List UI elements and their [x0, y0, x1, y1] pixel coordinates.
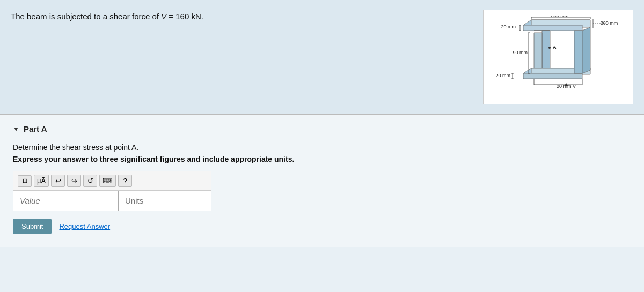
dim-flange: 20 mm	[501, 24, 516, 29]
instruction-2: Express your answer to three significant…	[13, 155, 631, 163]
value-input[interactable]	[13, 191, 118, 211]
svg-marker-9	[574, 31, 582, 73]
units-input[interactable]	[119, 191, 204, 211]
request-answer-link[interactable]: Request Answer	[59, 222, 110, 230]
bottom-section: ▼ Part A Determine the shear stress at p…	[0, 115, 644, 247]
svg-marker-8	[523, 73, 582, 79]
svg-marker-2	[523, 25, 582, 31]
problem-statement: The beam is subjected to a shear force o…	[11, 10, 203, 21]
submit-button[interactable]: Submit	[13, 219, 52, 234]
mu-button[interactable]: μÃ	[34, 175, 49, 187]
keyboard-button[interactable]: ⌨	[99, 175, 116, 187]
instruction-1: Determine the shear stress at point A.	[13, 143, 631, 152]
dim-top: 300 mm	[551, 16, 569, 18]
part-a-label: Part A	[24, 124, 47, 133]
part-a-header: ▼ Part A	[13, 124, 631, 133]
svg-marker-10	[582, 27, 590, 73]
point-a-label: A	[553, 44, 557, 50]
undo-button[interactable]: ↩	[51, 175, 65, 187]
toolbar: ⊞ μÃ ↩ ↪ ↺ ⌨ ?	[13, 171, 211, 191]
answer-box: ⊞ μÃ ↩ ↪ ↺ ⌨ ?	[13, 171, 211, 211]
svg-marker-3	[542, 31, 550, 72]
dim-bottom-flange: 20 mm	[495, 73, 510, 78]
input-row	[13, 191, 211, 211]
svg-marker-4	[534, 33, 542, 73]
grid-button[interactable]: ⊞	[18, 175, 32, 187]
collapse-arrow[interactable]: ▼	[13, 125, 19, 133]
dim-web: 90 mm	[513, 50, 528, 55]
dim-right: 200 mm	[601, 20, 618, 26]
problem-text-content: The beam is subjected to a shear force o…	[11, 12, 203, 21]
beam-svg: 300 mm 200 mm 20 mm 90 mm A 20 mm V	[491, 16, 625, 99]
help-button[interactable]: ?	[118, 175, 132, 187]
beam-diagram: 300 mm 200 mm 20 mm 90 mm A 20 mm V	[483, 10, 633, 104]
button-row: Submit Request Answer	[13, 219, 631, 234]
svg-point-24	[548, 47, 551, 49]
refresh-button[interactable]: ↺	[83, 175, 97, 187]
redo-button[interactable]: ↪	[67, 175, 81, 187]
top-section: The beam is subjected to a shear force o…	[0, 0, 644, 114]
